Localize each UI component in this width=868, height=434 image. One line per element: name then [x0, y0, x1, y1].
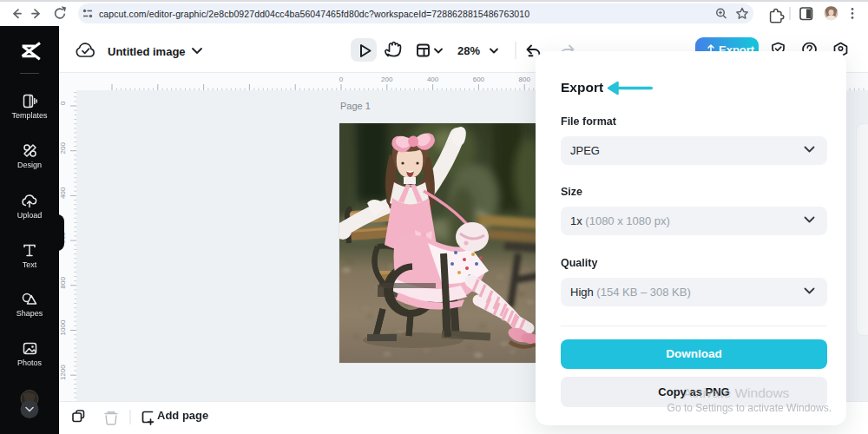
svg-text:1000: 1000 [59, 319, 67, 335]
svg-text:400: 400 [59, 187, 67, 199]
svg-text:1200: 1200 [59, 365, 67, 380]
svg-text:0: 0 [59, 101, 67, 105]
svg-text:200: 200 [381, 76, 393, 83]
svg-text:800: 800 [519, 76, 531, 83]
svg-text:800: 800 [59, 277, 67, 289]
svg-text:0: 0 [339, 76, 344, 83]
svg-text:400: 400 [427, 76, 439, 83]
svg-text:600: 600 [473, 76, 485, 83]
svg-text:200: 200 [59, 141, 67, 154]
